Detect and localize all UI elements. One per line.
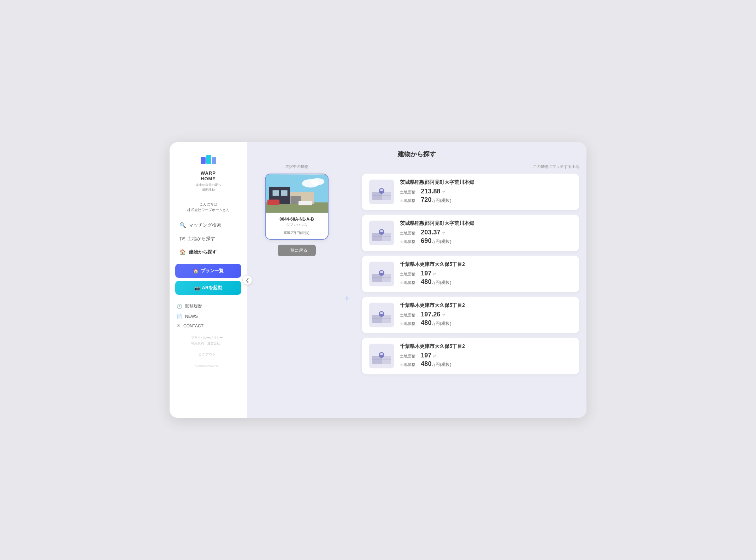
land-info-5: 千葉県木更津市大久保5丁目2 土地面積 197 ㎡ 土地価格 480万円(税抜) [400, 343, 572, 369]
svg-rect-2 [212, 157, 216, 164]
land-list-panel: この建物にマッチする土地 [362, 164, 579, 411]
sidebar: WARP HOME 未来の自分の家へ 瞬間移動 こんにちは株式会社ワープホームさ… [170, 142, 247, 418]
svg-rect-12 [267, 200, 279, 205]
logout-link[interactable]: ログアウト [198, 352, 216, 356]
nav-building-label: 建物から探す [189, 249, 217, 255]
collapse-button[interactable]: ❮ [242, 275, 252, 285]
land-area-1: 土地面積 213.88 ㎡ [400, 188, 572, 195]
land-area-2: 土地面積 203.37 ㎡ [400, 229, 572, 236]
building-id: 0044-68A-N1-A-B [270, 217, 324, 222]
selected-panel-label: 選択中の建物 [285, 164, 308, 169]
news-icon: 📄 [177, 314, 182, 319]
land-card[interactable]: 茨城県稲敷郡阿見町大字荒川本郷 土地面積 203.37 ㎡ 土地価格 690万円… [362, 215, 579, 251]
contact-label: CONTACT [183, 323, 203, 328]
svg-rect-10 [281, 190, 288, 196]
privacy-link[interactable]: プライバシーポリシー [191, 336, 223, 339]
land-area-4: 土地面積 197.26 ㎡ [400, 311, 572, 318]
land-info-4: 千葉県木更津市大久保5丁目2 土地面積 197.26 ㎡ 土地価格 480万円(… [400, 302, 572, 328]
map-thumbnail-4 [369, 302, 394, 328]
land-info-2: 茨城県稲敷郡阿見町大字荒川本郷 土地面積 203.37 ㎡ 土地価格 690万円… [400, 220, 572, 246]
land-info-3: 千葉県木更津市大久保5丁目2 土地面積 197 ㎡ 土地価格 480万円(税抜) [400, 261, 572, 287]
logo-text: WARP HOME [201, 170, 216, 181]
map-icon: 🗺 [179, 236, 185, 242]
logout-area: ログアウト [191, 351, 226, 358]
land-area-5: 土地面積 197 ㎡ [400, 352, 572, 359]
nav-menu: 🔍 マッチング検索 🗺 土地から探す 🏠 建物から探す [170, 219, 247, 258]
nav-matching[interactable]: 🔍 マッチング検索 [175, 219, 241, 231]
plan-icon: 🏠 [193, 268, 199, 274]
nav-land-label: 土地から探す [188, 235, 215, 242]
svg-rect-9 [273, 190, 279, 196]
land-address-4: 千葉県木更津市大久保5丁目2 [400, 302, 572, 309]
plus-connector: + [341, 185, 353, 411]
nav-matching-label: マッチング検索 [189, 222, 221, 228]
land-address-3: 千葉県木更津市大久保5丁目2 [400, 261, 572, 268]
search-icon: 🔍 [179, 222, 186, 228]
ar-button[interactable]: 📷 ARを起動 [175, 281, 241, 295]
svg-rect-1 [206, 155, 211, 164]
building-icon: 🏠 [179, 249, 186, 255]
page-title: 建物から探す [247, 142, 586, 164]
svg-rect-0 [201, 157, 206, 164]
back-button[interactable]: 一覧に戻る [278, 245, 316, 256]
land-info-1: 茨城県稲敷郡阿見町大字荒川本郷 土地面積 213.88 ㎡ 土地価格 720万円… [400, 179, 572, 205]
land-area-3: 土地面積 197 ㎡ [400, 270, 572, 277]
ar-label: ARを起動 [202, 285, 223, 291]
nav-history[interactable]: 🕐 閲覧履歴 [177, 302, 240, 311]
mail-icon: ✉ [177, 323, 181, 328]
app-window: WARP HOME 未来の自分の家へ 瞬間移動 こんにちは株式会社ワープホームさ… [170, 142, 586, 418]
sidebar-links: プライバシーポリシー 利用規約 運営会社 [184, 335, 233, 346]
clock-icon: 🕐 [177, 304, 182, 309]
land-list: 茨城県稲敷郡阿見町大字荒川本郷 土地面積 213.88 ㎡ 土地価格 720万円… [362, 174, 579, 374]
land-price-3: 土地価格 480万円(税抜) [400, 278, 572, 286]
plan-list-button[interactable]: 🏠 プラン一覧 [175, 264, 241, 278]
company-link[interactable]: 運営会社 [207, 342, 220, 345]
logo-tagline: 未来の自分の家へ 瞬間移動 [196, 183, 221, 192]
building-card[interactable]: 0044-68A-N1-A-B ジブンハウス 936.2万円(税抜) [265, 174, 329, 240]
building-info: 0044-68A-N1-A-B ジブンハウス 936.2万円(税抜) [266, 213, 328, 239]
plan-list-label: プラン一覧 [201, 268, 224, 274]
map-thumbnail-2 [369, 220, 394, 246]
land-address-2: 茨城県稲敷郡阿見町大字荒川本郷 [400, 220, 572, 227]
greeting-text: こんにちは株式会社ワープホームさん [187, 202, 230, 213]
nav-news[interactable]: 📄 NEWS [177, 312, 240, 320]
nav-land-search[interactable]: 🗺 土地から探す [175, 233, 241, 245]
land-panel-label: この建物にマッチする土地 [362, 164, 579, 169]
history-label: 閲覧履歴 [185, 303, 202, 309]
main-content: ❮ 建物から探す 選択中の建物 [247, 142, 586, 418]
map-thumbnail-1 [369, 179, 394, 205]
nav-building-search[interactable]: 🏠 建物から探す [175, 246, 241, 258]
building-name: ジブンハウス [270, 222, 324, 227]
camera-icon: 📷 [194, 285, 200, 291]
land-card[interactable]: 千葉県木更津市大久保5丁目2 土地面積 197.26 ㎡ 土地価格 480万円(… [362, 297, 579, 333]
land-price-5: 土地価格 480万円(税抜) [400, 360, 572, 368]
building-image [266, 174, 328, 213]
land-price-2: 土地価格 690万円(税抜) [400, 237, 572, 245]
selected-building-panel: 選択中の建物 [261, 164, 332, 411]
building-price: 936.2万円(税抜) [270, 229, 324, 235]
land-card[interactable]: 千葉県木更津市大久保5丁目2 土地面積 197 ㎡ 土地価格 480万円(税抜) [362, 338, 579, 374]
land-card[interactable]: 茨城県稲敷郡阿見町大字荒川本郷 土地面積 213.88 ㎡ 土地価格 720万円… [362, 174, 579, 210]
copyright-area: ©JIBUNHAUS.INC [188, 363, 229, 368]
land-address-5: 千葉県木更津市大久保5丁目2 [400, 343, 572, 350]
news-label: NEWS [185, 314, 198, 319]
content-area: 選択中の建物 [247, 164, 586, 418]
logo-area: WARP HOME 未来の自分の家へ 瞬間移動 [196, 152, 221, 192]
land-price-4: 土地価格 480万円(税抜) [400, 319, 572, 327]
land-price-1: 土地価格 720万円(税抜) [400, 196, 572, 204]
copyright-text: ©JIBUNHAUS.INC [195, 364, 219, 367]
map-thumbnail-3 [369, 261, 394, 287]
nav-contact[interactable]: ✉ CONTACT [177, 322, 240, 330]
svg-point-5 [311, 178, 324, 185]
logo-icon [200, 152, 217, 169]
land-card[interactable]: 千葉県木更津市大久保5丁目2 土地面積 197 ㎡ 土地価格 480万円(税抜) [362, 256, 579, 292]
svg-rect-13 [299, 201, 312, 205]
sidebar-footer: 🕐 閲覧履歴 📄 NEWS ✉ CONTACT [170, 302, 247, 330]
land-address-1: 茨城県稲敷郡阿見町大字荒川本郷 [400, 179, 572, 186]
map-thumbnail-5 [369, 343, 394, 369]
terms-link[interactable]: 利用規約 [191, 342, 204, 345]
